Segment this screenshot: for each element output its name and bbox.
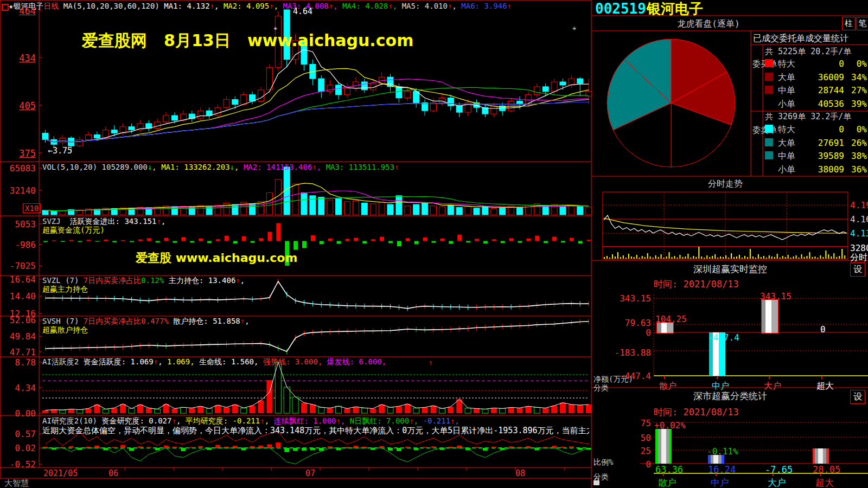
header-segment: 散户持仓: 51.858 — [169, 317, 240, 325]
header-segment: , — [240, 276, 245, 285]
window-control-icon[interactable] — [2, 4, 9, 11]
ai-research-panel — [42, 432, 591, 464]
watermark-url: www.aichagu.com — [247, 31, 413, 50]
classify-settings-button[interactable]: 设 — [850, 390, 865, 404]
intraday-side-label: 分时 — [850, 253, 867, 262]
header-segment: ↑ — [269, 2, 273, 10]
intraday-title: 分时走势 — [603, 179, 848, 188]
header-segment: MA1: 133262.203 — [161, 163, 229, 171]
header-segment: ↑ — [154, 357, 158, 366]
header-segment: 主力持仓: 13.406 — [164, 276, 235, 285]
order-row-swatch — [765, 151, 773, 159]
buy-side-label: 委买单 — [752, 59, 762, 69]
order-row-label: 小单 — [778, 165, 795, 174]
monitor-bar-value: -447.4 — [708, 333, 739, 342]
classify-left-label1: 比例% — [593, 458, 613, 466]
monitor-axis-label: 0 — [646, 329, 651, 337]
vol-multiplier: X10 — [23, 203, 41, 213]
watermark-main: 爱查股网 8月13日 www.aichagu.com — [48, 16, 413, 65]
header-segment: ↑ — [388, 2, 392, 10]
order-row-value: 38009 — [818, 165, 844, 174]
monitor-settings-button[interactable]: 设 — [850, 262, 865, 277]
classify-title: 深市超赢分类统计 — [603, 391, 858, 401]
classify-category: 超大 — [815, 478, 834, 487]
svsh-header: SVSH (7) 7日内买卖净占比0.477% 散户持仓: 51.858↑, — [42, 317, 250, 325]
svzj-header: SVZJ 活跃资金进出: 343.151↑, — [42, 217, 165, 225]
kline-axis-label: 375 — [19, 149, 36, 158]
ai1-axis-label: 4.34 — [15, 384, 36, 393]
classify-axis-label: 0 — [646, 460, 651, 469]
monitor-category: 中户 — [712, 382, 729, 390]
header-segment: , — [317, 163, 326, 171]
order-row-pct: 26% — [851, 139, 867, 147]
ai-research-header: AI研究度2(10) 资金研究度: 0.027↑, 平均研究度: -0.211↑… — [42, 417, 459, 425]
svzl-axis-label: 16.64 — [10, 275, 36, 284]
header-segment: ↑ — [156, 217, 161, 226]
svzj-bars — [43, 223, 591, 266]
header-segment: SVSH (7) — [42, 317, 84, 325]
header-segment: N日飘红: 7.000 — [350, 416, 409, 425]
monitor-axis-label: 343.15 — [620, 294, 651, 303]
classify-bar-pct: -0.11% — [707, 447, 738, 456]
order-row-pct: 27% — [851, 86, 867, 95]
order-row-label: 小单 — [778, 100, 795, 108]
order-row-value: 40536 — [818, 100, 844, 108]
order-row-value: 28744 — [818, 86, 844, 95]
classify-axis-label: 75 — [641, 419, 651, 428]
header-segment: ↑ — [240, 317, 245, 325]
ai2-axis-label: -0.52 — [10, 460, 36, 469]
classify-category: 大户 — [768, 478, 786, 487]
svzj-sub-label: 超赢资金流(万元) — [42, 226, 105, 234]
classify-category: 中户 — [711, 478, 729, 487]
header-segment: ↑ — [394, 163, 399, 171]
order-row-pct: 0% — [857, 60, 867, 68]
classify-bar-value: -7.65 — [765, 465, 793, 474]
header-segment: , — [176, 416, 186, 425]
x-axis-label: 08 — [515, 470, 525, 478]
header-segment: 1.069 — [167, 357, 190, 366]
header-segment: ↓ — [230, 163, 234, 171]
ai1-axis-label: 8.78 — [15, 358, 36, 367]
header-segment: MA(5,10,20,30,60,120) — [59, 2, 164, 10]
header-segment: AI活跃度2 — [42, 357, 84, 366]
intraday-side-label: 4.190 — [850, 201, 868, 210]
order-row-pct: 34% — [851, 73, 867, 82]
classify-bar-pct: +0.02% — [654, 421, 686, 430]
lock-icon[interactable] — [593, 480, 599, 485]
peak-price-annotation: 4.64 — [293, 8, 312, 16]
order-row-value: 39589 — [818, 152, 844, 160]
header-segment: , — [234, 163, 244, 171]
monitor-bar-value: 104.25 — [655, 315, 687, 324]
header-segment: , — [414, 416, 423, 425]
classify-time: 时间: 2021/08/13 — [654, 408, 739, 417]
classify-bar — [813, 448, 829, 464]
svzl-axis-label: 14.40 — [10, 292, 36, 301]
intraday-chart — [603, 192, 848, 259]
sell-side-label: 委卖单 — [752, 125, 762, 136]
event-star-icon: ✳ — [273, 25, 277, 31]
svsh-axis-label: 52.06 — [10, 316, 36, 325]
header-segment: VOL(5,10,20) — [42, 163, 102, 171]
ai-activity-header: AI活跃度2 资金活跃度: 1.069↑, 1.069, 生命线: 1.560,… — [42, 358, 386, 365]
classify-bar-value: 63.36 — [655, 465, 683, 474]
header-segment: , — [274, 2, 283, 10]
header-segment: , — [245, 317, 249, 325]
header-segment: 生命线: 1.560, — [199, 357, 263, 366]
order-row-label: 大单 — [778, 139, 795, 147]
header-segment: , — [190, 357, 199, 366]
header-segment: 105289.000 — [102, 163, 148, 171]
order-row-label: 特大 — [778, 60, 795, 68]
header-segment: 7日内买卖净占比 — [84, 276, 141, 285]
kline-axis-label: 434 — [19, 54, 36, 63]
header-segment: ↑ — [312, 163, 316, 171]
header-segment: MA2: 141153.406 — [244, 163, 312, 171]
header-segment: 爆发线: 6.000, — [327, 357, 386, 366]
order-row-label: 大单 — [778, 73, 795, 82]
stock-code: 002519 — [595, 2, 646, 16]
pen-mode-button[interactable]: 笔 — [857, 17, 868, 30]
monitor-bar — [761, 299, 778, 333]
bar-mode-button[interactable]: 柱 — [842, 17, 856, 30]
header-segment: MA4: 4.028 — [342, 2, 388, 10]
header-segment: , — [214, 2, 224, 10]
header-segment: , — [455, 416, 459, 425]
